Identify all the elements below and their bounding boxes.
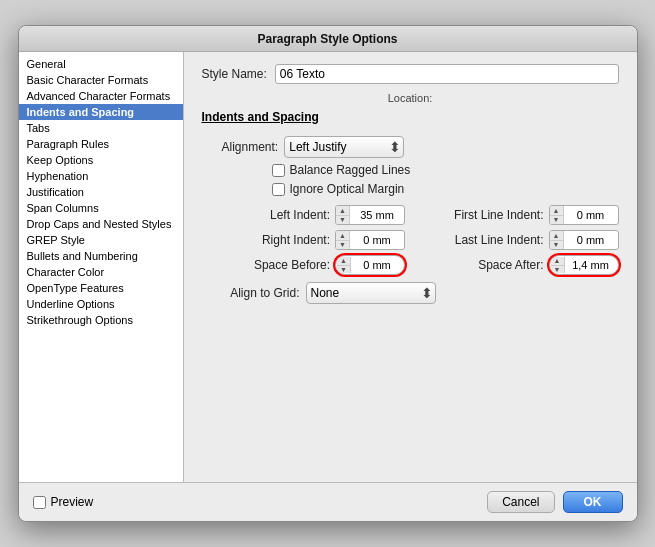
last-line-indent-up[interactable]: ▲ xyxy=(550,231,563,241)
left-indent-value: 35 mm xyxy=(350,209,404,221)
first-line-indent-value: 0 mm xyxy=(564,209,618,221)
space-before-spinner: ▲ ▼ 0 mm xyxy=(335,255,405,275)
last-line-indent-spinner: ▲ ▼ 0 mm xyxy=(549,230,619,250)
balance-ragged-lines-checkbox[interactable] xyxy=(272,164,285,177)
space-before-value: 0 mm xyxy=(351,259,403,271)
location-label: Location: xyxy=(388,92,433,104)
first-line-indent-up[interactable]: ▲ xyxy=(550,206,563,216)
sidebar-item-grep-style[interactable]: GREP Style xyxy=(19,232,183,248)
main-content: Style Name: Location: Indents and Spacin… xyxy=(184,52,637,482)
sidebar-item-indents-and-spacing[interactable]: Indents and Spacing xyxy=(19,104,183,120)
sidebar-item-bullets-and-numbering[interactable]: Bullets and Numbering xyxy=(19,248,183,264)
cancel-button[interactable]: Cancel xyxy=(487,491,554,513)
space-after-up[interactable]: ▲ xyxy=(551,257,564,266)
sidebar-item-span-columns[interactable]: Span Columns xyxy=(19,200,183,216)
left-indent-up[interactable]: ▲ xyxy=(336,206,349,216)
dialog-title: Paragraph Style Options xyxy=(19,26,637,52)
first-line-indent-down[interactable]: ▼ xyxy=(550,216,563,225)
left-indent-arrows: ▲ ▼ xyxy=(336,206,350,224)
sidebar-item-tabs[interactable]: Tabs xyxy=(19,120,183,136)
right-indent-arrows: ▲ ▼ xyxy=(336,231,350,249)
right-indent-row: Right Indent: ▲ ▼ 0 mm xyxy=(202,230,406,250)
space-before-arrows: ▲ ▼ xyxy=(337,257,351,273)
space-before-label: Space Before: xyxy=(240,258,330,272)
sidebar-item-keep-options[interactable]: Keep Options xyxy=(19,152,183,168)
right-indent-label: Right Indent: xyxy=(240,233,330,247)
sidebar-item-basic-character-formats[interactable]: Basic Character Formats xyxy=(19,72,183,88)
align-to-grid-row: Align to Grid: NoneAll LinesFirst Line O… xyxy=(202,282,619,304)
alignment-select[interactable]: Left JustifyLeftCenterRightJustifyJustif… xyxy=(284,136,404,158)
first-line-indent-arrows: ▲ ▼ xyxy=(550,206,564,224)
paragraph-style-options-dialog: Paragraph Style Options GeneralBasic Cha… xyxy=(18,25,638,522)
balance-ragged-lines-label: Balance Ragged Lines xyxy=(290,163,411,177)
last-line-indent-label: Last Line Indent: xyxy=(454,233,544,247)
last-line-indent-row: Last Line Indent: ▲ ▼ 0 mm xyxy=(415,230,619,250)
sidebar-item-general[interactable]: General xyxy=(19,56,183,72)
space-after-spinner: ▲ ▼ 1,4 mm xyxy=(549,255,619,275)
sidebar-item-justification[interactable]: Justification xyxy=(19,184,183,200)
left-indent-label: Left Indent: xyxy=(240,208,330,222)
last-line-indent-down[interactable]: ▼ xyxy=(550,241,563,250)
sidebar-item-paragraph-rules[interactable]: Paragraph Rules xyxy=(19,136,183,152)
space-before-up[interactable]: ▲ xyxy=(337,257,350,266)
align-to-grid-select[interactable]: NoneAll LinesFirst Line Only xyxy=(306,282,436,304)
ignore-optical-margin-label: Ignore Optical Margin xyxy=(290,182,405,196)
left-indent-down[interactable]: ▼ xyxy=(336,216,349,225)
section-header: Indents and Spacing xyxy=(202,110,619,124)
footer-buttons: Cancel OK xyxy=(487,491,622,513)
alignment-label: Alignment: xyxy=(222,140,279,154)
sidebar-item-strikethrough-options[interactable]: Strikethrough Options xyxy=(19,312,183,328)
sidebar-item-underline-options[interactable]: Underline Options xyxy=(19,296,183,312)
style-name-input[interactable] xyxy=(275,64,619,84)
alignment-row: Alignment: Left JustifyLeftCenterRightJu… xyxy=(202,136,619,158)
form-section: Alignment: Left JustifyLeftCenterRightJu… xyxy=(202,136,619,304)
right-indent-value: 0 mm xyxy=(350,234,404,246)
indent-grid: Left Indent: ▲ ▼ 35 mm First Line Indent… xyxy=(202,205,619,275)
sidebar-item-hyphenation[interactable]: Hyphenation xyxy=(19,168,183,184)
preview-area: Preview xyxy=(33,495,94,509)
space-after-down[interactable]: ▼ xyxy=(551,266,564,274)
ignore-optical-margin-checkbox[interactable] xyxy=(272,183,285,196)
ignore-optical-margin-row: Ignore Optical Margin xyxy=(202,182,619,196)
space-after-arrows: ▲ ▼ xyxy=(551,257,565,273)
left-indent-spinner: ▲ ▼ 35 mm xyxy=(335,205,405,225)
sidebar-item-advanced-character-formats[interactable]: Advanced Character Formats xyxy=(19,88,183,104)
right-indent-spinner: ▲ ▼ 0 mm xyxy=(335,230,405,250)
balance-ragged-lines-row: Balance Ragged Lines xyxy=(202,163,619,177)
sidebar: GeneralBasic Character FormatsAdvanced C… xyxy=(19,52,184,482)
right-indent-up[interactable]: ▲ xyxy=(336,231,349,241)
first-line-indent-label: First Line Indent: xyxy=(454,208,544,222)
dialog-footer: Preview Cancel OK xyxy=(19,482,637,521)
first-line-indent-spinner: ▲ ▼ 0 mm xyxy=(549,205,619,225)
preview-checkbox[interactable] xyxy=(33,496,46,509)
align-to-grid-label: Align to Grid: xyxy=(210,286,300,300)
sidebar-item-drop-caps-and-nested-styles[interactable]: Drop Caps and Nested Styles xyxy=(19,216,183,232)
space-after-label: Space After: xyxy=(454,258,544,272)
style-name-label: Style Name: xyxy=(202,67,267,81)
first-line-indent-row: First Line Indent: ▲ ▼ 0 mm xyxy=(415,205,619,225)
ok-button[interactable]: OK xyxy=(563,491,623,513)
space-before-row: Space Before: ▲ ▼ 0 mm xyxy=(202,255,406,275)
space-before-down[interactable]: ▼ xyxy=(337,266,350,274)
space-after-value: 1,4 mm xyxy=(565,259,617,271)
alignment-select-wrapper: Left JustifyLeftCenterRightJustifyJustif… xyxy=(284,136,404,158)
last-line-indent-value: 0 mm xyxy=(564,234,618,246)
right-indent-down[interactable]: ▼ xyxy=(336,241,349,250)
space-after-row: Space After: ▲ ▼ 1,4 mm xyxy=(415,255,619,275)
sidebar-item-opentype-features[interactable]: OpenType Features xyxy=(19,280,183,296)
sidebar-item-character-color[interactable]: Character Color xyxy=(19,264,183,280)
location-row: Location: xyxy=(202,92,619,104)
preview-label: Preview xyxy=(51,495,94,509)
align-to-grid-select-wrapper: NoneAll LinesFirst Line Only ⬍ xyxy=(306,282,436,304)
style-name-row: Style Name: xyxy=(202,64,619,84)
last-line-indent-arrows: ▲ ▼ xyxy=(550,231,564,249)
left-indent-row: Left Indent: ▲ ▼ 35 mm xyxy=(202,205,406,225)
